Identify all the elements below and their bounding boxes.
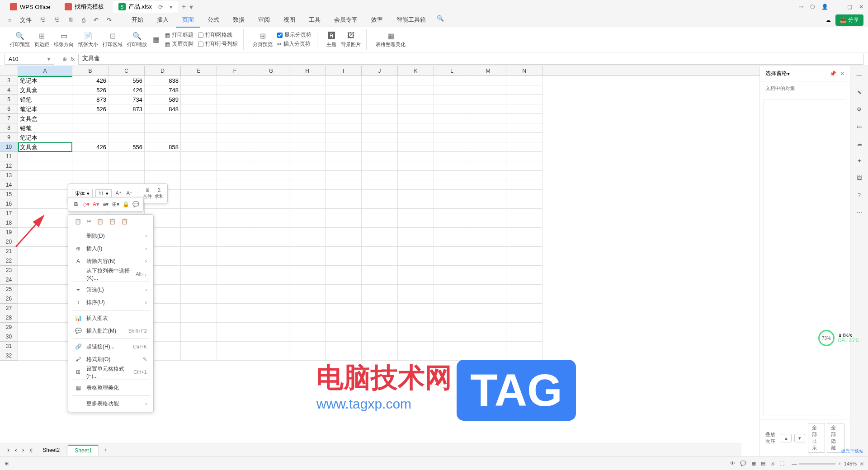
row-header[interactable]: 14: [0, 180, 18, 190]
cell[interactable]: [253, 256, 289, 266]
col-header-d[interactable]: D: [145, 66, 181, 75]
cell[interactable]: [506, 76, 542, 85]
row-header[interactable]: 27: [0, 304, 18, 313]
cell[interactable]: [398, 342, 434, 351]
cell[interactable]: [326, 95, 362, 104]
cell[interactable]: [326, 104, 362, 114]
cell[interactable]: [362, 228, 398, 237]
cell[interactable]: [398, 85, 434, 95]
cell[interactable]: [18, 342, 72, 351]
tab-document[interactable]: S 产品.xlsx ⟳ ▾: [113, 1, 178, 13]
cell[interactable]: [253, 190, 289, 199]
cell[interactable]: [217, 294, 253, 304]
zoom-in-button[interactable]: +: [838, 461, 841, 466]
fx-icon[interactable]: fx: [71, 56, 75, 62]
cell[interactable]: [398, 228, 434, 237]
row-label-check[interactable]: 打印行号列标: [198, 40, 238, 48]
cell[interactable]: [362, 294, 398, 304]
cell[interactable]: [398, 313, 434, 323]
ctx-cell-format[interactable]: ⊞设置单元格格式(F)...Ctrl+1: [68, 366, 153, 378]
row-header[interactable]: 11: [0, 152, 18, 161]
cell[interactable]: [434, 209, 470, 218]
cell[interactable]: [434, 199, 470, 209]
cell[interactable]: [506, 218, 542, 228]
cell[interactable]: [18, 285, 72, 294]
cell[interactable]: [362, 152, 398, 161]
fullscreen-icon[interactable]: ⛶: [778, 461, 786, 466]
cell[interactable]: [398, 171, 434, 180]
paste-special-icon[interactable]: 📋: [109, 218, 116, 225]
cell[interactable]: [398, 104, 434, 114]
cell[interactable]: [362, 266, 398, 275]
decrease-font-icon[interactable]: A⁻: [125, 189, 133, 197]
cell[interactable]: [326, 247, 362, 256]
pagebreak-view-icon[interactable]: ⊡: [769, 461, 776, 466]
name-box[interactable]: A10 ▾: [5, 54, 54, 65]
cell[interactable]: [145, 152, 181, 161]
cell[interactable]: [217, 285, 253, 294]
cell[interactable]: [398, 123, 434, 133]
cell[interactable]: 556: [108, 142, 145, 152]
tab-add-button[interactable]: +: [182, 3, 186, 11]
cell[interactable]: [217, 76, 253, 85]
select-all-corner[interactable]: [0, 66, 18, 75]
cell[interactable]: [72, 171, 108, 180]
cell[interactable]: [181, 294, 217, 304]
cell[interactable]: [470, 133, 506, 142]
table-style-button[interactable]: ▦表格整理美化: [376, 31, 406, 48]
print-header-button[interactable]: ▦ 打印标题: [165, 31, 193, 39]
cell[interactable]: [217, 351, 253, 361]
cell[interactable]: [217, 237, 253, 247]
cell[interactable]: [289, 123, 326, 133]
cell[interactable]: 526: [72, 104, 108, 114]
cell[interactable]: [253, 218, 289, 228]
cell[interactable]: [181, 199, 217, 209]
cell[interactable]: [470, 342, 506, 351]
cell[interactable]: [181, 114, 217, 123]
cell[interactable]: [434, 95, 470, 104]
cell[interactable]: [506, 161, 542, 171]
zoom-slider[interactable]: [799, 463, 835, 465]
cell[interactable]: [434, 228, 470, 237]
cell[interactable]: [217, 313, 253, 323]
cell[interactable]: [253, 228, 289, 237]
col-header-n[interactable]: N: [506, 66, 542, 75]
sheet-add-button[interactable]: +: [100, 447, 111, 453]
cell[interactable]: [289, 114, 326, 123]
cell[interactable]: [434, 247, 470, 256]
cell[interactable]: [470, 142, 506, 152]
cell[interactable]: [326, 123, 362, 133]
sheet-tab-1[interactable]: Sheet1: [68, 445, 99, 456]
cell[interactable]: [470, 285, 506, 294]
cell[interactable]: 笔记本: [18, 76, 72, 85]
cell[interactable]: [398, 190, 434, 199]
tab-insert[interactable]: 插入: [151, 13, 175, 28]
cell[interactable]: [506, 351, 542, 361]
cell[interactable]: [398, 161, 434, 171]
cell[interactable]: [434, 266, 470, 275]
cell[interactable]: [398, 351, 434, 361]
font-color-icon[interactable]: A▾: [92, 200, 100, 208]
cell[interactable]: [289, 294, 326, 304]
cell[interactable]: [181, 190, 217, 199]
cell[interactable]: [434, 114, 470, 123]
cell[interactable]: [506, 247, 542, 256]
cell[interactable]: [362, 237, 398, 247]
comment-icon[interactable]: 💬: [132, 200, 140, 208]
cell[interactable]: [326, 285, 362, 294]
cell[interactable]: [470, 114, 506, 123]
cell[interactable]: 556: [108, 76, 145, 85]
cell[interactable]: [18, 313, 72, 323]
cell[interactable]: [289, 85, 326, 95]
cell[interactable]: [289, 142, 326, 152]
cell[interactable]: [434, 332, 470, 342]
cpu-widget[interactable]: 73% ⬇ 0K/s CPU 25°C: [818, 330, 859, 346]
bold-icon[interactable]: B: [72, 200, 80, 208]
cell[interactable]: 589: [145, 95, 181, 104]
row-header[interactable]: 4: [0, 85, 18, 95]
cell[interactable]: [434, 104, 470, 114]
status-icon[interactable]: ⊞: [5, 461, 9, 466]
cell[interactable]: [217, 247, 253, 256]
cell[interactable]: [145, 133, 181, 142]
cell[interactable]: [108, 152, 145, 161]
